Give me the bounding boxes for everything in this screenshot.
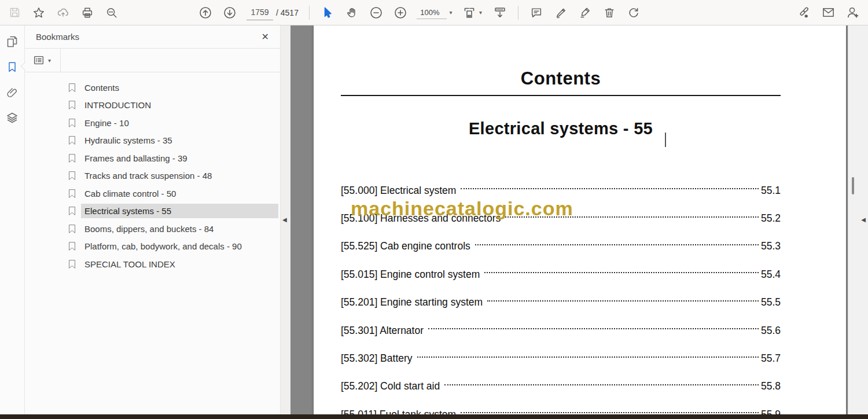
page-total-label: / 4517 xyxy=(276,8,299,17)
watermark-text: machinecatalogic.com xyxy=(351,197,573,220)
select-tool-icon[interactable] xyxy=(315,3,340,23)
bookmark-item-contents[interactable]: Contents xyxy=(25,79,280,97)
save-icon[interactable] xyxy=(2,3,27,23)
add-person-icon[interactable] xyxy=(840,3,865,23)
page-number-input[interactable] xyxy=(247,5,273,20)
zoom-out-icon[interactable] xyxy=(364,3,388,23)
bookmark-item-frames-ballasting[interactable]: Frames and ballasting - 39 xyxy=(25,149,280,167)
bookmark-icon xyxy=(68,118,76,128)
top-toolbar: / 4517 100% ▾ ▾ xyxy=(0,0,868,25)
bookmark-item-platform-cab-bodywork[interactable]: Platform, cab, bodywork, and decals - 90 xyxy=(25,238,280,256)
main-area: Bookmarks ✕ ▾ Contents INTRODUCTION Engi… xyxy=(0,25,868,419)
collapse-right-icon[interactable]: ◀ xyxy=(861,216,866,223)
bottom-bar xyxy=(0,414,868,419)
toolbar-divider xyxy=(309,6,310,20)
toc-row[interactable]: [55.301] Alternator 55.6 xyxy=(341,317,781,344)
bookmark-item-engine[interactable]: Engine - 10 xyxy=(25,114,280,132)
attachments-icon[interactable] xyxy=(4,84,20,101)
bookmark-item-cab-climate[interactable]: Cab climate control - 50 xyxy=(25,185,280,203)
delete-icon[interactable] xyxy=(597,3,621,23)
bookmark-icon xyxy=(68,83,76,93)
toc-label: [55.301] Alternator xyxy=(341,325,424,337)
toc-page-number: 55.2 xyxy=(761,212,781,225)
bookmark-item-introduction[interactable]: INTRODUCTION xyxy=(25,97,280,115)
toc-row[interactable]: [55.201] Engine starting system 55.5 xyxy=(341,289,781,317)
bookmarks-panel-title: Bookmarks xyxy=(36,32,79,42)
bookmark-item-hydraulic-systems[interactable]: Hydraulic systems - 35 xyxy=(25,132,280,150)
bookmark-icon xyxy=(68,206,76,216)
bookmark-icon xyxy=(68,171,76,181)
vertical-scrollbar[interactable] xyxy=(852,177,854,194)
document-viewport[interactable]: Contents Electrical systems - 55 [55.000… xyxy=(290,25,848,419)
sign-icon[interactable] xyxy=(573,3,597,23)
bookmarks-panel-icon[interactable] xyxy=(4,59,20,75)
page-fit-icon[interactable]: ▾ xyxy=(457,3,488,23)
toc-row[interactable]: [55.525] Cab engine controls 55.3 xyxy=(341,233,781,260)
bookmark-icon xyxy=(68,224,76,234)
scrolling-mode-icon[interactable] xyxy=(488,3,512,23)
bookmark-item-special-tool-index[interactable]: SPECIAL TOOL INDEX xyxy=(25,255,280,273)
page-content: Contents Electrical systems - 55 [55.000… xyxy=(341,25,781,419)
search-icon[interactable] xyxy=(100,3,124,23)
toc-row[interactable]: [55.015] Engine control system 55.4 xyxy=(341,260,781,288)
layers-icon[interactable] xyxy=(4,110,20,126)
toc-row[interactable]: [55.302] Battery 55.7 xyxy=(341,344,781,372)
title-rule xyxy=(341,95,781,96)
collapse-panel-icon[interactable]: ◀ xyxy=(282,216,287,223)
dot-leader xyxy=(417,356,759,358)
bookmark-label: Electrical systems - 55 xyxy=(81,204,278,218)
bookmark-options-button[interactable]: ▾ xyxy=(32,54,51,67)
bookmark-label: Tracks and track suspension - 48 xyxy=(81,168,215,183)
section-heading: Electrical systems - 55 xyxy=(341,119,781,138)
bookmark-icon xyxy=(68,100,76,110)
chevron-down-icon: ▾ xyxy=(479,9,482,16)
bookmarks-panel-header: Bookmarks ✕ xyxy=(25,25,280,49)
page-thumbnails-icon[interactable] xyxy=(4,34,20,50)
toc-row[interactable]: [55.202] Cold start aid 55.8 xyxy=(341,373,781,400)
bookmark-icon xyxy=(68,241,76,251)
toc-page-number: 55.7 xyxy=(761,352,781,365)
dot-leader xyxy=(461,412,759,413)
bookmark-item-booms-dippers-buckets[interactable]: Booms, dippers, and buckets - 84 xyxy=(25,220,280,238)
bookmark-label: INTRODUCTION xyxy=(81,98,155,112)
email-icon[interactable] xyxy=(816,3,840,23)
bookmark-item-tracks-suspension[interactable]: Tracks and track suspension - 48 xyxy=(25,167,280,185)
chevron-down-icon: ▾ xyxy=(450,9,453,16)
toc-page-number: 55.1 xyxy=(761,185,781,197)
star-favorite-icon[interactable] xyxy=(27,3,51,23)
cloud-upload-icon[interactable] xyxy=(51,3,75,23)
panel-divider xyxy=(60,49,61,72)
panel-collapse-strip[interactable]: ◀ xyxy=(280,25,290,419)
bookmark-label: Cab climate control - 50 xyxy=(81,186,179,201)
toolbar-divider xyxy=(518,6,518,20)
next-page-icon[interactable] xyxy=(218,3,242,23)
dot-leader xyxy=(487,300,759,302)
toc-page-number: 55.8 xyxy=(761,380,781,392)
dot-leader xyxy=(461,188,759,189)
print-icon[interactable] xyxy=(75,3,100,23)
bookmark-label: SPECIAL TOOL INDEX xyxy=(81,257,179,271)
close-icon[interactable]: ✕ xyxy=(262,31,269,42)
right-scroll-strip: ◀ xyxy=(848,25,868,419)
bookmarks-list: Contents INTRODUCTION Engine - 10 Hydrau… xyxy=(25,72,280,273)
toc-label: [55.201] Engine starting system xyxy=(341,296,483,308)
bookmark-label: Booms, dippers, and buckets - 84 xyxy=(81,222,217,236)
bookmark-label: Frames and ballasting - 39 xyxy=(81,151,191,166)
dot-leader xyxy=(484,272,759,273)
toc-label: [55.302] Battery xyxy=(341,352,413,365)
bookmark-label: Engine - 10 xyxy=(81,116,133,130)
bookmark-icon xyxy=(68,135,76,145)
zoom-in-icon[interactable] xyxy=(388,3,413,23)
toc-page-number: 55.5 xyxy=(761,296,781,308)
hand-tool-icon[interactable] xyxy=(340,3,364,23)
comment-icon[interactable] xyxy=(524,3,549,23)
zoom-level-select[interactable]: 100% ▾ xyxy=(413,5,457,20)
bookmarks-toolbar: ▾ xyxy=(25,49,280,72)
bookmark-item-electrical-systems[interactable]: Electrical systems - 55 xyxy=(25,203,280,220)
toc-page-number: 55.6 xyxy=(761,325,781,337)
dot-leader xyxy=(444,384,759,385)
highlight-icon[interactable] xyxy=(549,3,573,23)
redo-icon[interactable] xyxy=(621,3,646,23)
previous-page-icon[interactable] xyxy=(193,3,218,23)
share-link-icon[interactable] xyxy=(792,3,816,23)
